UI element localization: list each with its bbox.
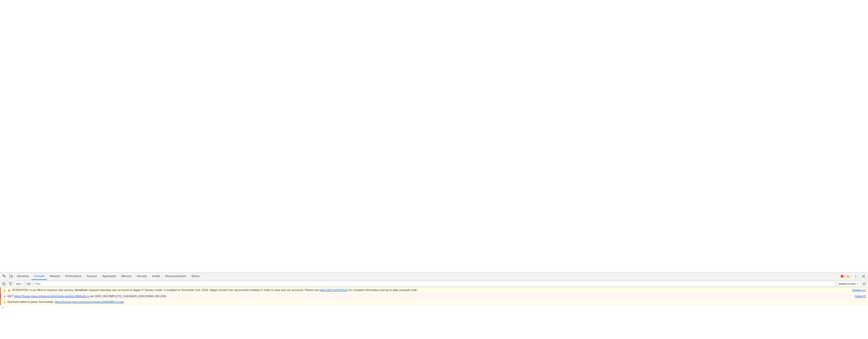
levels-chevron-icon xyxy=(857,283,859,285)
svg-point-12 xyxy=(28,283,29,284)
error-badge: 🔴 1 xyxy=(840,275,845,278)
tab-application[interactable]: Application xyxy=(100,272,119,280)
filter-input[interactable] xyxy=(33,281,836,286)
console-message-sourcemap: ▲ DevTools failed to parse SourceMap: ht… xyxy=(0,299,868,305)
console-cursor-row: > xyxy=(0,305,868,310)
tab-sources[interactable]: Sources xyxy=(84,272,100,280)
metamask-source[interactable]: inpage.js:1 xyxy=(852,288,866,293)
metamask-message-content: ATTENTION: In an effort to improve user … xyxy=(12,288,850,293)
svg-line-9 xyxy=(3,283,5,284)
get-label: GET xyxy=(7,295,14,298)
network-error-source[interactable]: (index):5 xyxy=(855,294,866,299)
filter-icon[interactable] xyxy=(8,281,13,286)
network-error-content: GET https://house-map.cn/resource/js/chu… xyxy=(7,294,853,299)
svg-point-5 xyxy=(856,277,856,278)
chevron-down-icon xyxy=(21,283,23,285)
device-toolbar-icon[interactable] xyxy=(8,273,14,280)
sourcemap-link[interactable]: https://house-map.cn/resource/js/app.84d… xyxy=(55,300,124,303)
console-message-network-error: ● GET https://house-map.cn/resource/js/c… xyxy=(0,294,868,300)
error-count: 1 xyxy=(844,275,845,278)
warning-triangle-sourcemap-icon: ▲ xyxy=(3,300,6,305)
tab-memory[interactable]: Memory xyxy=(119,272,134,280)
svg-point-13 xyxy=(864,283,865,284)
metamask-link[interactable]: https://bit.ly/2QQHXvF xyxy=(319,289,348,292)
close-devtools-icon[interactable] xyxy=(860,273,867,280)
sourcemap-text-before: DevTools failed to parse SourceMap: xyxy=(7,300,55,303)
warning-triangle-icon: ⚠️ xyxy=(846,275,849,278)
context-selector[interactable]: top xyxy=(14,281,25,286)
context-value: top xyxy=(16,282,20,285)
devtools-tabs-bar: Elements Console Network Performance Sou… xyxy=(0,272,868,280)
error-circle-icon: 🔴 xyxy=(840,275,843,278)
console-messages: ▲ ▶ ATTENTION: In an effort to improve u… xyxy=(0,287,868,339)
tab-performance[interactable]: Performance xyxy=(63,272,84,280)
tab-resourcessaver[interactable]: ResourcesSaver xyxy=(163,272,189,280)
devtools-panel: Elements Console Network Performance Sou… xyxy=(0,272,868,339)
console-message-metamask: ▲ ▶ ATTENTION: In an effort to improve u… xyxy=(0,287,868,294)
expand-arrow-icon[interactable]: ▶ xyxy=(7,288,11,293)
console-toolbar: top Default levels xyxy=(0,280,868,287)
tab-network[interactable]: Network xyxy=(47,272,63,280)
svg-point-4 xyxy=(856,276,856,276)
tab-security[interactable]: Security xyxy=(134,272,150,280)
inspect-element-icon[interactable] xyxy=(1,273,8,280)
warning-count: 1 xyxy=(850,275,851,278)
error-text: net::ERR_INCOMPLETE_CHUNKED_ENCODING 200… xyxy=(89,295,166,298)
svg-point-3 xyxy=(856,275,856,275)
warning-badge: ⚠️ 1 xyxy=(846,275,851,278)
tab-elements[interactable]: Elements xyxy=(14,272,32,280)
cursor-symbol: > xyxy=(2,306,4,309)
sourcemap-content: DevTools failed to parse SourceMap: http… xyxy=(7,300,868,304)
console-settings-icon[interactable] xyxy=(861,281,867,286)
svg-rect-2 xyxy=(12,275,13,277)
tab-audits[interactable]: Audits xyxy=(150,272,163,280)
svg-rect-1 xyxy=(10,275,12,278)
devtools-tabs-right: 🔴 1 ⚠️ 1 xyxy=(840,273,867,280)
chunk-vendors-link[interactable]: https://house-map.cn/resource/js/chunk-v… xyxy=(14,295,89,298)
svg-marker-10 xyxy=(9,282,12,285)
warning-triangle-msg-icon: ▲ xyxy=(3,288,6,293)
error-circle-msg-icon: ● xyxy=(3,294,6,299)
tab-redux[interactable]: Redux xyxy=(189,272,202,280)
page-content xyxy=(0,0,868,272)
tab-console[interactable]: Console xyxy=(32,272,47,280)
show-network-messages-icon[interactable] xyxy=(26,281,32,286)
metamask-text-after: for complete information and up-to-date … xyxy=(348,289,418,292)
devtools-tabs-list: Elements Console Network Performance Sou… xyxy=(14,272,840,280)
clear-console-icon[interactable] xyxy=(1,281,7,286)
metamask-text-before: ATTENTION: In an effort to improve user … xyxy=(12,289,319,292)
levels-label: Default levels xyxy=(839,282,856,285)
more-options-icon[interactable] xyxy=(852,273,859,280)
log-levels-dropdown[interactable]: Default levels xyxy=(837,281,860,286)
